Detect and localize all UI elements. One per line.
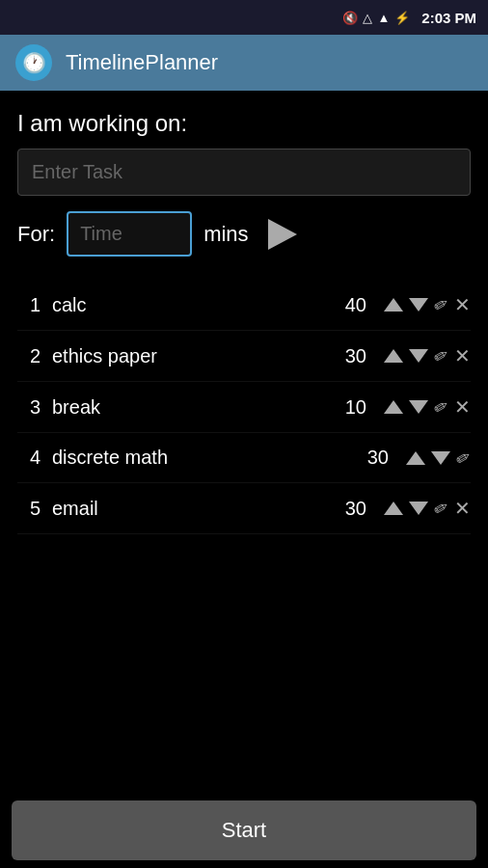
task-time: 30 — [367, 447, 389, 469]
task-controls: ✏ ✕ — [384, 497, 471, 520]
delete-icon[interactable]: ✕ — [454, 497, 471, 520]
delete-icon[interactable]: ✕ — [454, 395, 471, 419]
task-item: 4 discrete math 30 ✏ — [17, 433, 471, 483]
task-list: 1 calc 40 ✏ ✕ 2 ethics paper 30 ✏ ✕ 3 br… — [17, 280, 471, 534]
time-row: For: mins — [17, 211, 471, 257]
move-down-icon[interactable] — [409, 400, 428, 414]
task-controls: ✏ — [406, 448, 471, 469]
task-name: ethics paper — [52, 345, 338, 367]
move-up-icon[interactable] — [384, 298, 403, 312]
delete-icon[interactable]: ✕ — [454, 344, 471, 367]
working-on-label: I am working on: — [17, 110, 471, 137]
task-time: 40 — [345, 294, 366, 316]
edit-icon[interactable]: ✏ — [430, 343, 453, 369]
start-button[interactable]: Start — [12, 800, 476, 860]
task-controls: ✏ ✕ — [384, 293, 471, 316]
battery-icon: ⚡ — [394, 11, 410, 25]
task-item: 3 break 10 ✏ ✕ — [17, 382, 471, 433]
task-controls: ✏ ✕ — [384, 395, 471, 419]
clock-icon: 🕐 — [22, 51, 46, 74]
task-item: 5 email 30 ✏ ✕ — [17, 483, 471, 534]
task-name: discrete math — [52, 447, 360, 469]
task-number: 4 — [17, 447, 41, 469]
status-time: 2:03 PM — [421, 10, 476, 26]
move-up-icon[interactable] — [384, 502, 403, 515]
time-input[interactable] — [67, 211, 192, 257]
task-number: 2 — [17, 345, 41, 367]
task-controls: ✏ ✕ — [384, 344, 471, 367]
task-item: 2 ethics paper 30 ✏ ✕ — [17, 331, 471, 382]
move-down-icon[interactable] — [409, 349, 428, 363]
task-input[interactable] — [17, 149, 471, 196]
move-up-icon[interactable] — [406, 451, 425, 465]
task-time: 30 — [345, 345, 366, 367]
task-number: 5 — [17, 498, 41, 520]
edit-icon[interactable]: ✏ — [452, 445, 475, 471]
main-content: I am working on: For: mins 1 calc 40 ✏ ✕… — [0, 91, 488, 534]
task-item: 1 calc 40 ✏ ✕ — [17, 280, 471, 331]
edit-icon[interactable]: ✏ — [430, 292, 453, 318]
task-number: 3 — [17, 396, 41, 419]
app-header: 🕐 TimelinePlanner — [0, 35, 488, 91]
mins-label: mins — [203, 222, 248, 247]
start-button-container: Start — [0, 793, 488, 868]
for-label: For: — [17, 222, 55, 247]
move-up-icon[interactable] — [384, 400, 403, 414]
task-name: break — [52, 396, 338, 419]
submit-task-button[interactable] — [268, 219, 297, 250]
mute-icon: 🔇 — [342, 11, 358, 25]
wifi-icon: △ — [363, 11, 372, 25]
edit-icon[interactable]: ✏ — [430, 394, 453, 420]
app-icon: 🕐 — [15, 44, 52, 81]
status-icons: 🔇 △ ▲ ⚡ — [342, 11, 410, 25]
move-down-icon[interactable] — [431, 451, 450, 465]
task-name: calc — [52, 294, 338, 316]
move-up-icon[interactable] — [384, 349, 403, 363]
signal-icon: ▲ — [377, 11, 390, 25]
task-name: email — [52, 498, 338, 520]
edit-icon[interactable]: ✏ — [430, 496, 453, 522]
task-time: 30 — [345, 498, 366, 520]
app-title: TimelinePlanner — [66, 50, 218, 75]
move-down-icon[interactable] — [409, 502, 428, 515]
move-down-icon[interactable] — [409, 298, 428, 312]
status-bar: 🔇 △ ▲ ⚡ 2:03 PM — [0, 0, 488, 35]
send-icon — [268, 219, 297, 250]
delete-icon[interactable]: ✕ — [454, 293, 471, 316]
task-number: 1 — [17, 294, 41, 316]
task-time: 10 — [345, 396, 366, 419]
